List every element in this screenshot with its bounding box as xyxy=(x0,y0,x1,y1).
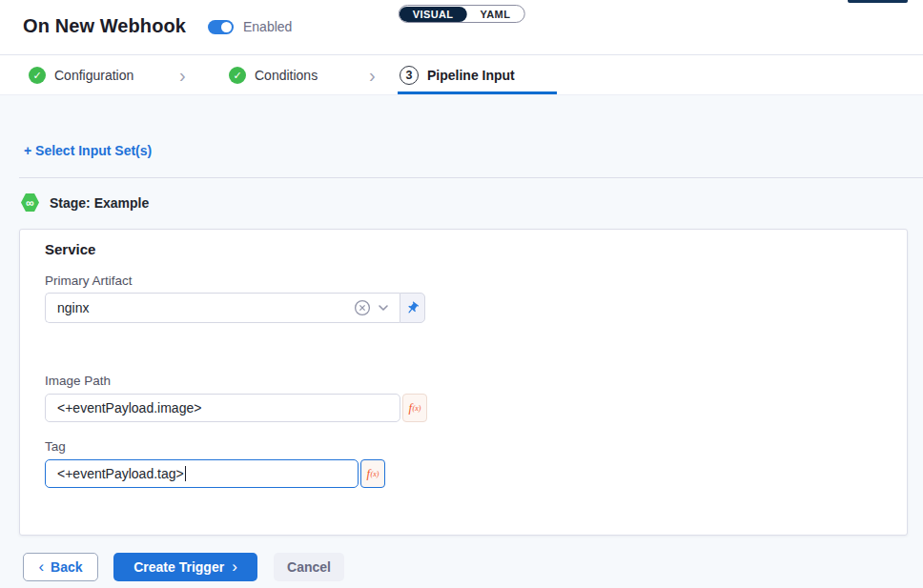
visual-yaml-switch: VISUAL YAML xyxy=(399,5,525,23)
enabled-toggle-label: Enabled xyxy=(243,19,292,34)
chevron-right-icon: › xyxy=(232,558,237,575)
footer-actions: ‹ Back Create Trigger › Cancel xyxy=(23,553,344,581)
fx-icon-sub: (x) xyxy=(413,404,421,413)
page-title: On New Webhook xyxy=(23,15,186,37)
cancel-button-label: Cancel xyxy=(287,559,331,575)
enabled-toggle-group: Enabled xyxy=(208,19,292,34)
tag-field-group: <+eventPayload.tag> f(x) xyxy=(45,459,385,488)
primary-artifact-value: nginx xyxy=(57,300,354,315)
expression-fx-button[interactable]: f(x) xyxy=(402,394,427,422)
back-button[interactable]: ‹ Back xyxy=(23,553,98,581)
fx-icon: f xyxy=(366,466,370,481)
tag-value: <+eventPayload.tag> xyxy=(57,466,184,481)
tag-input[interactable]: <+eventPayload.tag> xyxy=(45,459,359,488)
tag-label: Tag xyxy=(45,439,66,454)
pin-value-button[interactable] xyxy=(400,293,425,323)
page-header: On New Webhook Enabled VISUAL YAML xyxy=(0,0,923,55)
tab-conditions[interactable]: ✓ Conditions xyxy=(229,55,318,95)
tab-conditions-label: Conditions xyxy=(255,68,318,83)
stage-title: Stage: Example xyxy=(50,195,149,211)
expression-fx-button[interactable]: f(x) xyxy=(360,459,385,488)
create-trigger-button[interactable]: Create Trigger › xyxy=(113,553,257,581)
check-circle-icon: ✓ xyxy=(229,67,246,84)
tab-pipeline-input[interactable]: 3 Pipeline Input xyxy=(400,55,515,95)
fx-icon: f xyxy=(408,400,412,416)
deploy-stage-icon: ∞ xyxy=(21,193,39,212)
pin-icon xyxy=(402,297,422,317)
step-separator-icon: › xyxy=(369,55,376,95)
enabled-toggle[interactable] xyxy=(208,20,234,34)
primary-artifact-field-group: nginx xyxy=(45,293,425,323)
step-number-badge: 3 xyxy=(400,66,419,85)
tab-configuration-label: Configuration xyxy=(54,68,133,83)
image-path-value: <+eventPayload.image> xyxy=(57,400,201,416)
clear-selection-icon[interactable] xyxy=(354,299,371,316)
service-heading: Service xyxy=(45,241,95,257)
toggle-knob xyxy=(221,22,232,32)
wizard-tab-bar: ✓ Configuration › ✓ Conditions › 3 Pipel… xyxy=(0,55,923,95)
fx-icon-sub: (x) xyxy=(371,470,379,478)
image-path-label: Image Path xyxy=(45,374,111,388)
primary-artifact-label: Primary Artifact xyxy=(45,274,133,288)
primary-artifact-select[interactable]: nginx xyxy=(45,293,400,323)
active-tab-underline xyxy=(398,91,557,94)
section-divider xyxy=(19,177,923,178)
cancel-button[interactable]: Cancel xyxy=(274,553,344,581)
chevron-left-icon: ‹ xyxy=(38,558,44,575)
chevron-down-icon[interactable] xyxy=(377,301,390,314)
service-card: Service Primary Artifact nginx Image Pat… xyxy=(19,229,908,536)
step-separator-icon: › xyxy=(179,55,186,95)
tab-pipeline-input-label: Pipeline Input xyxy=(427,68,515,83)
image-path-field-group: <+eventPayload.image> f(x) xyxy=(45,394,427,422)
yaml-mode-tab[interactable]: YAML xyxy=(466,7,523,22)
visual-mode-tab[interactable]: VISUAL xyxy=(400,7,467,22)
back-button-label: Back xyxy=(51,559,82,575)
clipped-top-button-edge xyxy=(848,0,908,3)
create-trigger-label: Create Trigger xyxy=(133,559,224,575)
image-path-input[interactable]: <+eventPayload.image> xyxy=(45,394,400,422)
check-circle-icon: ✓ xyxy=(29,67,46,84)
tab-configuration[interactable]: ✓ Configuration xyxy=(29,55,133,95)
text-caret xyxy=(185,466,186,481)
stage-section-header[interactable]: ∞ Stage: Example xyxy=(21,193,149,212)
select-input-sets-link[interactable]: + Select Input Set(s) xyxy=(24,143,152,158)
